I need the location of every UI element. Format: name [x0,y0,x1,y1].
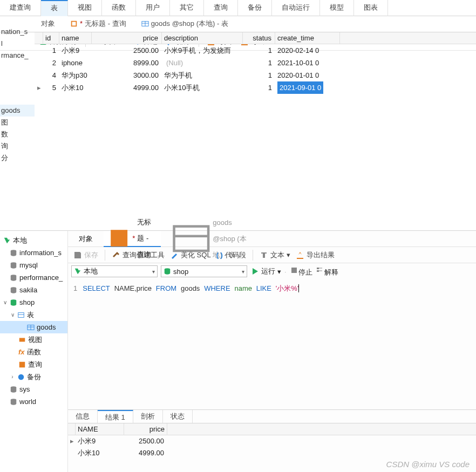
query-icon [70,20,78,28]
tree-item[interactable]: 询 [0,140,35,152]
col-description[interactable]: description [162,32,243,44]
database-icon [164,268,171,275]
tree-item[interactable]: 数 [0,128,35,140]
result-tab-info[interactable]: 信息 [68,410,98,423]
line-number: 1 [73,284,77,292]
table-group-icon [17,311,25,319]
menu-backup[interactable]: 备份 [238,0,272,16]
connection-icon [74,268,81,275]
svg-rect-21 [111,230,127,247]
svg-rect-26 [317,268,319,269]
sql-editor[interactable]: 1SELECT NAME,price FROM goods WHERE name… [68,279,476,298]
query-icon [18,361,26,368]
query-builder-button[interactable]: 查询创建工具 [112,250,165,260]
beautify-button[interactable]: 美化 SQL [170,250,211,260]
explain-button[interactable]: 解释 [316,266,338,277]
menu-user[interactable]: 用户 [136,0,170,16]
snippet-button[interactable]: ( )代码段 [216,250,246,260]
tree-item[interactable]: nation_s [0,26,35,38]
col-price[interactable]: price [92,32,162,44]
menu-chart[interactable]: 图表 [354,0,388,16]
table-row[interactable]: 4华为p303000.00华为手机12020-01-01 0 [35,69,476,81]
table-goods[interactable]: goods [0,321,67,333]
col-status[interactable]: status [243,32,275,44]
table-row[interactable]: ▸5小米104999.00小米10手机12021-09-01 0 [35,81,476,94]
db-sakila[interactable]: sakila [0,284,67,296]
tab-goods-table[interactable]: goods @shop (本地) - 表 [137,16,233,32]
menu-autorun[interactable]: 自动运行 [272,0,320,16]
views-group[interactable]: 视图 [0,333,67,346]
play-icon [250,267,259,276]
save-button[interactable]: 保存 [73,250,98,260]
expand-icon[interactable]: ∨ [10,310,15,320]
database-icon [10,249,17,257]
tab-objects[interactable]: 对象 [74,231,97,247]
database-combo[interactable]: shop ▾ [161,265,247,277]
modified-star: * [80,16,83,32]
view-icon [18,336,26,344]
tables-group[interactable]: ∨表 [0,309,67,321]
result-tab-status[interactable]: 状态 [163,410,193,423]
expand-icon[interactable]: › [10,372,15,382]
tab-objects[interactable]: 对象 [37,16,59,32]
document-tabs: 对象 * 无标题 - 查询 goods @shop (本地) - 表 [0,16,476,32]
run-button[interactable]: 运行 ▾ [250,266,281,276]
db-performance[interactable]: performance_ [0,271,67,284]
export-result-button[interactable]: 导出结果 [296,250,335,260]
chevron-down-icon: ▾ [152,269,155,275]
tree-item[interactable]: 图 [0,117,35,128]
result-tab-results[interactable]: 结果 1 [98,410,133,423]
query-icon [108,227,130,249]
menu-table[interactable]: 表 [41,0,68,16]
result-row[interactable]: 小米104999.00 [68,447,476,459]
db-mysql[interactable]: mysql [0,259,67,271]
db-sys[interactable]: sys [0,383,67,395]
table-icon [27,324,35,331]
svg-point-18 [18,374,24,380]
db-world[interactable]: world [0,395,67,408]
db-shop[interactable]: ∨shop [0,296,67,309]
menu-new-query[interactable]: 建查询 [0,0,41,16]
tab-untitled-query[interactable]: * 无标题 - 查询 [66,16,131,32]
col-id[interactable]: id [43,32,59,44]
database-icon [10,398,17,406]
tab-untitled-query[interactable]: * 无标题 - 查询 [104,231,161,247]
table-icon [141,20,149,28]
result-tab-profile[interactable]: 剖析 [133,410,163,423]
col-price[interactable]: price [124,423,167,435]
col-name[interactable]: NAME [76,423,124,435]
conn-local[interactable]: 本地 [0,234,67,247]
text-button[interactable]: 文本 ▾ [260,250,290,260]
functions-group[interactable]: fx函数 [0,346,67,358]
table-row[interactable]: 2iphone8999.00(Null)12021-10-01 0 [35,57,476,69]
editor-toolbar: 保存 查询创建工具 美化 SQL ( )代码段 文本 ▾ 导出结果 [68,247,476,263]
tab-goods-table[interactable]: goods @shop (本地) - 表 [167,231,255,247]
editor-doc-tabs: 对象 * 无标题 - 查询 goods @shop (本地) - 表 [68,231,476,247]
menu-model[interactable]: 模型 [320,0,354,16]
menu-view[interactable]: 视图 [68,0,102,16]
stop-button: 停止 [290,266,312,277]
tree-item[interactable]: 分 [0,152,35,164]
table-row[interactable]: 1小米92500.00小米9手机，为发烧而12020-02-14 0 [35,44,476,57]
db-information-schema[interactable]: information_s [0,247,67,259]
result-row[interactable]: ▸小米92500.00 [68,435,476,447]
parens-icon: ( ) [216,251,223,259]
tree-item[interactable]: rmance_ [0,50,35,61]
menu-function[interactable]: 函数 [102,0,136,16]
queries-group[interactable]: 查询 [0,358,67,371]
expand-icon[interactable]: ∨ [2,297,8,307]
col-create-time[interactable]: create_time [275,32,340,44]
menu-query[interactable]: 查询 [204,0,238,16]
data-grid-header: id name price description status create_… [35,32,476,44]
col-name[interactable]: name [59,32,92,44]
connection-combo[interactable]: 本地 ▾ [71,265,158,277]
wand-icon [170,251,179,259]
tree-item-goods[interactable]: goods [0,105,35,117]
tree-item[interactable]: l [0,38,35,50]
main-menu-bar: 建查询 表 视图 函数 用户 其它 查询 备份 自动运行 模型 图表 [0,0,476,16]
menu-other[interactable]: 其它 [170,0,204,16]
database-icon [10,299,17,306]
database-icon [10,274,17,282]
backup-group[interactable]: ›备份 [0,371,67,383]
connection-tree-cutoff: nation_s l rmance_ goods 图 数 询 分 [0,16,35,221]
